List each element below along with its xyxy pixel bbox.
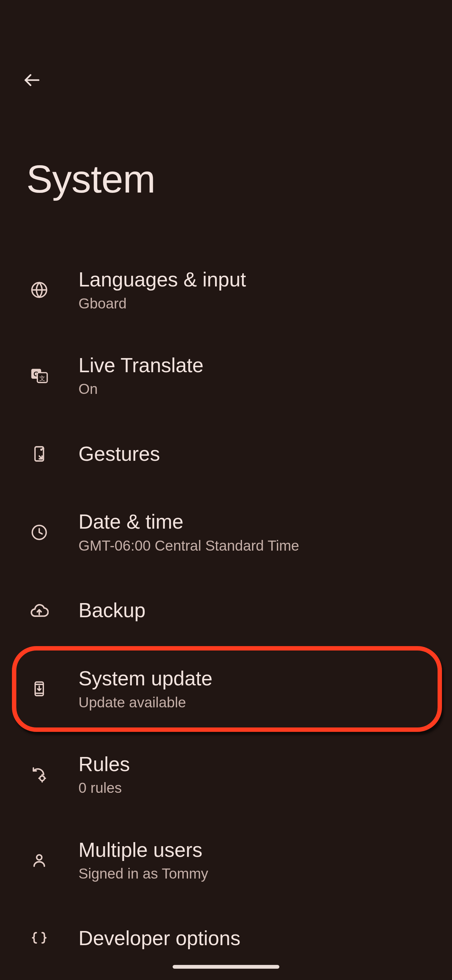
row-title: Languages & input <box>78 268 246 292</box>
system-update-icon <box>28 678 50 700</box>
clock-icon <box>28 522 50 543</box>
row-multiple-users[interactable]: Multiple users Signed in as Tommy <box>0 823 452 898</box>
row-subtitle: Update available <box>78 694 213 711</box>
page-title: System <box>26 156 155 201</box>
row-gestures[interactable]: Gestures <box>0 424 452 484</box>
row-subtitle: Gboard <box>78 295 246 312</box>
arrow-back-icon <box>23 71 41 89</box>
row-languages-input[interactable]: Languages & input Gboard <box>0 253 452 327</box>
highlight-annotation <box>12 646 442 732</box>
back-button[interactable] <box>19 68 44 93</box>
svg-point-17 <box>37 855 42 860</box>
person-icon <box>28 850 50 871</box>
translate-icon: G 文 <box>28 365 50 387</box>
row-title: Live Translate <box>78 354 203 377</box>
gestures-icon <box>28 443 50 465</box>
gesture-nav-bar[interactable] <box>173 965 279 969</box>
braces-icon <box>28 928 50 950</box>
row-subtitle: Signed in as Tommy <box>78 865 208 882</box>
row-texts: System update Update available <box>78 667 213 711</box>
row-date-time[interactable]: Date & time GMT-06:00 Central Standard T… <box>0 495 452 570</box>
row-title: Backup <box>78 599 145 622</box>
settings-list: Languages & input Gboard G 文 Live Transl… <box>0 253 452 968</box>
cloud-upload-icon <box>28 600 50 622</box>
row-title: System update <box>78 667 213 691</box>
row-title: Rules <box>78 752 130 776</box>
row-title: Developer options <box>78 927 240 950</box>
system-settings-screen: System Languages & input Gboard <box>0 0 452 980</box>
row-texts: Gestures <box>78 442 160 466</box>
row-developer-options[interactable]: Developer options <box>0 909 452 968</box>
row-texts: Date & time GMT-06:00 Central Standard T… <box>78 510 299 554</box>
svg-point-9 <box>43 448 44 449</box>
svg-point-16 <box>40 776 44 781</box>
row-texts: Multiple users Signed in as Tommy <box>78 838 208 883</box>
row-title: Multiple users <box>78 838 208 862</box>
row-subtitle: On <box>78 380 203 398</box>
row-subtitle: GMT-06:00 Central Standard Time <box>78 537 299 554</box>
svg-text:文: 文 <box>39 375 45 382</box>
row-backup[interactable]: Backup <box>0 581 452 640</box>
row-texts: Backup <box>78 599 145 622</box>
row-texts: Rules 0 rules <box>78 752 130 797</box>
row-live-translate[interactable]: G 文 Live Translate On <box>0 339 452 413</box>
row-subtitle: 0 rules <box>78 779 130 797</box>
globe-icon <box>28 279 50 301</box>
row-texts: Languages & input Gboard <box>78 268 246 312</box>
svg-point-8 <box>41 449 42 450</box>
row-system-update[interactable]: System update Update available <box>0 652 452 726</box>
rules-icon <box>28 764 50 786</box>
row-texts: Developer options <box>78 927 240 950</box>
row-rules[interactable]: Rules 0 rules <box>0 738 452 812</box>
row-texts: Live Translate On <box>78 354 203 398</box>
row-title: Date & time <box>78 510 299 534</box>
row-title: Gestures <box>78 442 160 466</box>
